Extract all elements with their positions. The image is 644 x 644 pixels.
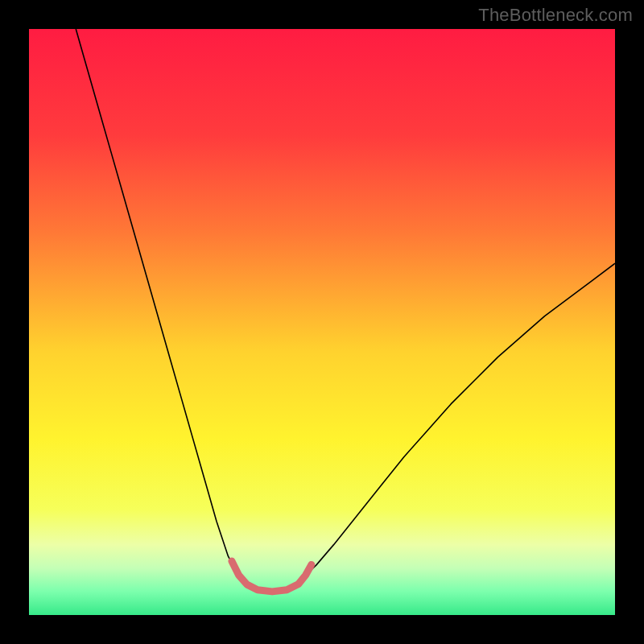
watermark-text: TheBottleneck.com [478,5,633,26]
chart-svg [0,0,644,644]
chart-stage: TheBottleneck.com [0,0,644,644]
plot-background [29,29,615,615]
